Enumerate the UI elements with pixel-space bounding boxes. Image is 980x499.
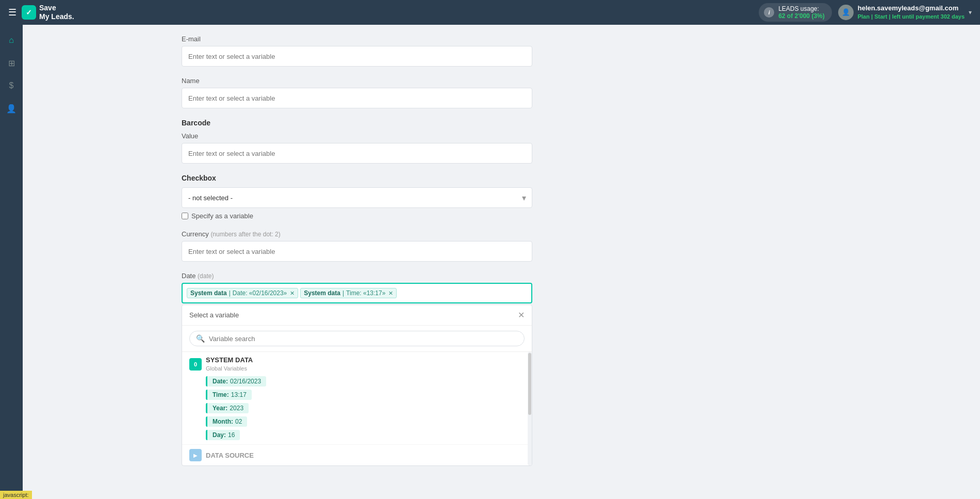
logo-checkmark: ✓ [22, 5, 36, 20]
content-area: E-mail Name Barcode Value Checkbox - not… [23, 25, 691, 499]
sidebar-item-account[interactable]: 👤 [2, 99, 21, 118]
tag1-close-icon[interactable]: ✕ [290, 290, 295, 297]
leads-usage-widget[interactable]: i LEADS usage: 62 of 2'000 (3%) [759, 3, 832, 22]
navbar-center: i LEADS usage: 62 of 2'000 (3%) 👤 helen.… [759, 3, 972, 22]
sidebar: ⌂ ⊞ $ 👤 [0, 25, 23, 499]
data-source-name: DATA SOURCE [206, 452, 254, 459]
var-time[interactable]: Time: 13:17 [206, 390, 252, 400]
system-data-badge: 0 [189, 358, 202, 371]
sidebar-item-home[interactable]: ⌂ [2, 31, 21, 50]
email-field-group: E-mail [182, 35, 532, 67]
sidebar-item-billing[interactable]: $ [2, 76, 21, 95]
js-badge: javascript: [0, 491, 32, 499]
date-field-group: Date (date) System data | Date: «02/16/2… [182, 272, 532, 466]
data-source-badge: ▶ [189, 449, 202, 461]
date-tag-1[interactable]: System data | Date: «02/16/2023» ✕ [187, 288, 298, 298]
barcode-value-input[interactable] [182, 143, 532, 164]
tag2-keyword: System data [304, 289, 340, 297]
value-label: Value [182, 132, 532, 140]
info-icon: i [764, 7, 774, 18]
search-icon: 🔍 [196, 334, 205, 343]
main-layout: ⌂ ⊞ $ 👤 E-mail Name Barcode [0, 25, 980, 499]
checkbox-select-wrapper: - not selected - ▾ [182, 187, 532, 208]
variable-selector: Select a variable ✕ 🔍 0 [182, 304, 532, 466]
specify-variable-row: Specify as a variable [182, 212, 532, 220]
tag2-value: Time: «13:17» [346, 289, 385, 297]
checkbox-title: Checkbox [182, 174, 532, 182]
var-year[interactable]: Year: 2023 [206, 403, 249, 413]
checkbox-select[interactable]: - not selected - [182, 187, 532, 208]
home-icon: ⌂ [9, 36, 14, 45]
integrations-icon: ⊞ [8, 58, 15, 68]
specify-variable-label[interactable]: Specify as a variable [191, 212, 253, 220]
dollar-icon: $ [9, 81, 14, 90]
checkbox-field-group: Checkbox - not selected - ▾ Specify as a… [182, 174, 532, 220]
currency-field-group: Currency (numbers after the dot: 2) [182, 230, 532, 262]
sidebar-item-integrations[interactable]: ⊞ [2, 54, 21, 72]
variable-search-inner: 🔍 [189, 331, 525, 346]
user-plan: Plan | Start | left until payment 302 da… [858, 13, 965, 21]
email-label: E-mail [182, 35, 532, 43]
variable-search-box: 🔍 [182, 326, 532, 352]
tag2-close-icon[interactable]: ✕ [388, 290, 393, 297]
var-day[interactable]: Day: 16 [206, 430, 240, 440]
specify-variable-checkbox[interactable] [182, 213, 188, 219]
right-panel [691, 25, 980, 499]
tag1-value: Date: «02/16/2023» [233, 289, 287, 297]
tag2-pipe: | [342, 289, 344, 297]
user-email: helen.savemyleads@gmail.com [858, 4, 965, 13]
chevron-down-icon: ▾ [969, 9, 972, 16]
variable-selector-header: Select a variable ✕ [182, 305, 532, 326]
user-details: helen.savemyleads@gmail.com Plan | Start… [858, 4, 965, 21]
barcode-title: Barcode [182, 119, 532, 127]
var-date[interactable]: Date: 02/16/2023 [206, 376, 266, 387]
date-tag-2[interactable]: System data | Time: «13:17» ✕ [300, 288, 397, 298]
section-name: SYSTEM DATA [206, 356, 253, 365]
avatar: 👤 [838, 5, 854, 20]
logo-text: Save My Leads. [39, 4, 74, 21]
name-label: Name [182, 77, 532, 85]
email-input[interactable] [182, 46, 532, 67]
system-data-header: 0 SYSTEM DATA Global Variables [189, 356, 525, 372]
section-subtitle: Global Variables [206, 365, 253, 372]
barcode-section: Barcode Value [182, 119, 532, 164]
date-tag-input[interactable]: System data | Date: «02/16/2023» ✕ Syste… [182, 283, 532, 303]
date-sublabel: (date) [198, 272, 214, 280]
form-container: E-mail Name Barcode Value Checkbox - not… [161, 35, 553, 466]
variable-list: 0 SYSTEM DATA Global Variables Date: 02/… [182, 352, 532, 465]
menu-icon[interactable]: ☰ [8, 7, 17, 18]
name-field-group: Name [182, 77, 532, 108]
name-input[interactable] [182, 88, 532, 108]
leads-count: 62 of 2'000 (3%) [778, 12, 825, 20]
date-label: Date (date) [182, 272, 532, 280]
tag1-pipe: | [229, 289, 231, 297]
system-data-section: 0 SYSTEM DATA Global Variables Date: 02/… [182, 352, 532, 444]
section-info: SYSTEM DATA Global Variables [206, 356, 253, 372]
variable-items: Date: 02/16/2023 Time: 13:17 Year: 2023 [189, 376, 525, 440]
logo[interactable]: ✓ Save My Leads. [22, 4, 74, 21]
currency-input[interactable] [182, 241, 532, 262]
scrollbar-track [528, 352, 532, 465]
navbar-left: ☰ ✓ Save My Leads. [8, 4, 74, 21]
selector-close-icon[interactable]: ✕ [518, 310, 525, 320]
scrollbar-thumb[interactable] [528, 353, 531, 415]
tag1-keyword: System data [190, 289, 227, 297]
variable-search-input[interactable] [209, 335, 518, 343]
account-icon: 👤 [6, 104, 17, 114]
leads-usage-text: LEADS usage: 62 of 2'000 (3%) [778, 5, 825, 20]
selector-title: Select a variable [189, 311, 239, 319]
var-month[interactable]: Month: 02 [206, 416, 247, 427]
currency-label: Currency (numbers after the dot: 2) [182, 230, 532, 238]
user-info[interactable]: 👤 helen.savemyleads@gmail.com Plan | Sta… [838, 4, 972, 21]
navbar: ☰ ✓ Save My Leads. i LEADS usage: 62 of … [0, 0, 980, 25]
currency-sublabel: (numbers after the dot: 2) [210, 231, 280, 238]
